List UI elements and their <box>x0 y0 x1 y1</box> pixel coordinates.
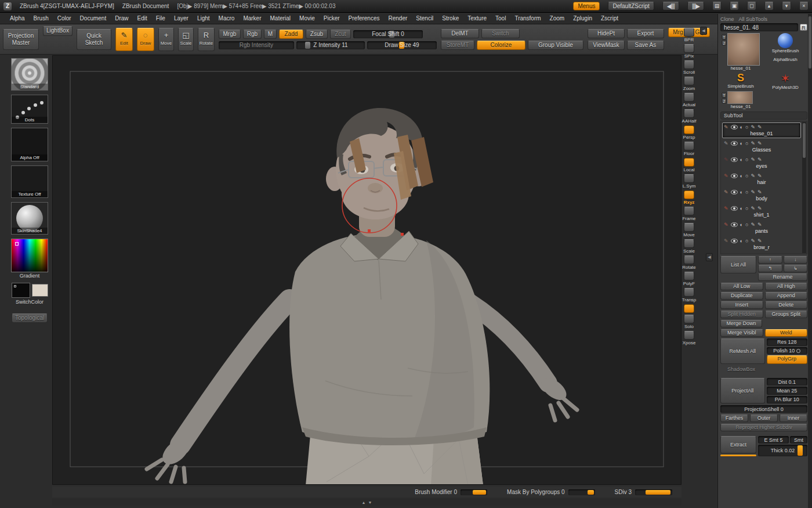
dock-right-button[interactable]: ||||▶ <box>687 2 704 10</box>
all-subtools-button[interactable]: All SubTools <box>739 16 768 22</box>
mask-pen-icon[interactable]: ✎ <box>757 206 762 211</box>
rename-button[interactable]: Rename <box>758 273 807 281</box>
rgb-button[interactable]: Rgb <box>243 30 262 39</box>
polymesh3d-icon[interactable]: ✶ <box>763 72 807 85</box>
visibility-eye-icon[interactable] <box>731 239 738 243</box>
subtool-item-brow_r[interactable]: ✎◐○✎✎brow_r <box>722 236 801 252</box>
export-button[interactable]: Export <box>627 29 664 38</box>
rgb-intensity-slider[interactable]: Rgb Intensity <box>219 41 294 49</box>
mrgb-button[interactable]: Mrgb <box>219 30 241 39</box>
subtool-up-button[interactable]: ↑ <box>758 256 782 264</box>
menu-alpha[interactable]: Alpha <box>6 14 29 23</box>
topological-button[interactable]: Topological <box>12 314 48 323</box>
menu-zoom[interactable]: Zoom <box>546 14 569 23</box>
polypaint-toggle-icon[interactable]: ◐ <box>740 140 743 146</box>
canvas-scrollbar[interactable]: ▲ ▼ <box>52 499 682 506</box>
subtool-item-body[interactable]: ✎◐○✎✎body <box>722 188 801 203</box>
polish-toggle-icon[interactable] <box>796 349 800 353</box>
shelf-button-xpose[interactable]: Xpose <box>683 331 696 345</box>
merge-down-button[interactable]: Merge Down <box>720 320 762 327</box>
lock-icon[interactable]: ◻ <box>747 2 756 10</box>
mask-pen-icon[interactable]: ✎ <box>757 124 762 130</box>
polish-slider[interactable]: Polish 10 <box>767 347 808 355</box>
menu-marker[interactable]: Marker <box>239 14 265 23</box>
alpha-thumbnail[interactable]: Alpha Off <box>11 128 48 161</box>
visibility-eye-icon[interactable] <box>731 190 738 194</box>
sculpt-pen-icon[interactable]: ✎ <box>751 124 755 130</box>
minimize-icon[interactable]: ▴ <box>764 2 774 10</box>
polypaint-toggle-icon[interactable]: ◐ <box>740 173 743 179</box>
subtool-brush-icon[interactable]: ✎ <box>724 238 728 244</box>
subtool-brush-icon[interactable]: ✎ <box>724 124 728 130</box>
alphabrush-item[interactable]: AlphaBrush <box>763 57 807 62</box>
subtool-section-header[interactable]: SubTool <box>720 111 807 120</box>
polypaint-toggle-icon[interactable]: ◐ <box>740 157 743 163</box>
sculpt-pen-icon[interactable]: ✎ <box>751 206 755 211</box>
pa-blur-slider[interactable]: PA Blur 10 <box>767 396 808 403</box>
panel-scrollbar[interactable] <box>808 14 812 508</box>
remesh-all-button[interactable]: ReMesh All <box>720 338 765 364</box>
polypaint-toggle-icon[interactable]: ◐ <box>740 124 743 130</box>
mask-by-polygroups-slider[interactable]: Mask By Polygroups 0 <box>507 489 595 495</box>
smt-slider[interactable]: Smt <box>790 436 807 444</box>
uv-toggle-icon[interactable]: ○ <box>745 140 748 146</box>
uv-toggle-icon[interactable]: ○ <box>745 124 748 130</box>
collapse-shelf-handle[interactable]: ◀ <box>700 27 707 35</box>
all-low-button[interactable]: All Low <box>720 283 763 290</box>
save-as-button[interactable]: Save As <box>627 41 664 50</box>
subtool-item-hesse_01[interactable]: ✎◐○✎✎hesse_01 <box>722 123 801 138</box>
copy-doc-icon[interactable]: ▤ <box>712 2 722 10</box>
scroll-down-icon[interactable]: ▼ <box>368 500 372 505</box>
active-tool-name[interactable]: hesse_01. 48 <box>720 23 798 31</box>
shadowbox-button[interactable]: ShadowBox <box>720 366 762 373</box>
subtool-brush-icon[interactable]: ✎ <box>724 222 728 228</box>
shelf-button-aahalf[interactable]: AAHalf <box>682 109 697 124</box>
material-thumbnail[interactable]: SkinShade4 <box>11 202 48 235</box>
brush-thumbnail[interactable]: Standard <box>11 58 48 91</box>
simplebrush-icon[interactable]: S <box>720 72 761 84</box>
inner-button[interactable]: Inner <box>780 415 807 422</box>
new-doc-icon[interactable]: ▣ <box>730 2 739 10</box>
thick-slider[interactable]: Thick 0.02 <box>758 445 807 456</box>
active-tool-thumbnail[interactable]: T 2 <box>727 33 760 66</box>
polypaint-toggle-icon[interactable]: ◐ <box>740 238 743 244</box>
subtool-item-eyes[interactable]: ✎◐○✎✎eyes <box>722 155 801 171</box>
visibility-eye-icon[interactable] <box>731 222 738 227</box>
mean-slider[interactable]: Mean 25 <box>767 387 808 394</box>
mask-pen-icon[interactable]: ✎ <box>757 238 762 244</box>
hidept-button[interactable]: HidePt <box>588 29 625 38</box>
viewmask-button[interactable]: ViewMask <box>588 41 625 50</box>
tab-t2-icon[interactable]: T <box>722 92 727 98</box>
dock-left-button[interactable]: ◀|||| <box>662 2 679 10</box>
shelf-button-transp[interactable]: Transp <box>682 288 697 302</box>
subtool-item-shirt_1[interactable]: ✎◐○✎✎shirt_1 <box>722 204 801 219</box>
mask-pen-icon[interactable]: ✎ <box>757 222 762 228</box>
subtool-brush-icon[interactable]: ✎ <box>724 157 728 163</box>
menu-material[interactable]: Material <box>266 14 295 23</box>
groups-split-button[interactable]: Groups Split <box>765 311 808 318</box>
polygrp-button[interactable]: PolyGrp <box>767 355 808 364</box>
restore-icon[interactable]: ▾ <box>782 2 791 10</box>
mask-pen-icon[interactable]: ✎ <box>757 140 762 146</box>
subtool-scrollbar[interactable] <box>802 122 806 253</box>
merge-visible-button[interactable]: Merge Visibl <box>720 329 763 337</box>
res-slider[interactable]: Res 128 <box>767 338 808 346</box>
mask-pen-icon[interactable]: ✎ <box>757 173 762 179</box>
subtool-brush-icon[interactable]: ✎ <box>724 206 728 211</box>
sculpt-pen-icon[interactable]: ✎ <box>751 238 755 244</box>
r-button[interactable]: R <box>800 24 807 31</box>
close-icon[interactable]: × <box>799 2 809 10</box>
menu-stroke[interactable]: Stroke <box>438 14 463 23</box>
stroke-thumbnail[interactable]: Dots <box>11 95 48 124</box>
insert-button[interactable]: Insert <box>720 301 763 309</box>
menu-zscript[interactable]: Zscript <box>597 14 622 23</box>
collapse-panel-handle[interactable]: ◀ <box>706 253 713 261</box>
shelf-button-persp[interactable]: Persp <box>683 125 695 140</box>
shelf-button-lsym[interactable]: L.Sym <box>683 174 696 189</box>
menu-document[interactable]: Document <box>76 14 111 23</box>
draw-size-slider[interactable]: Draw Size 49 <box>367 41 437 49</box>
shelf-button-spix[interactable]: SPix <box>684 44 694 59</box>
subtool-down-button[interactable]: ↓ <box>784 256 808 264</box>
sculpt-pen-icon[interactable]: ✎ <box>751 173 755 179</box>
menu-brush[interactable]: Brush <box>30 14 53 23</box>
